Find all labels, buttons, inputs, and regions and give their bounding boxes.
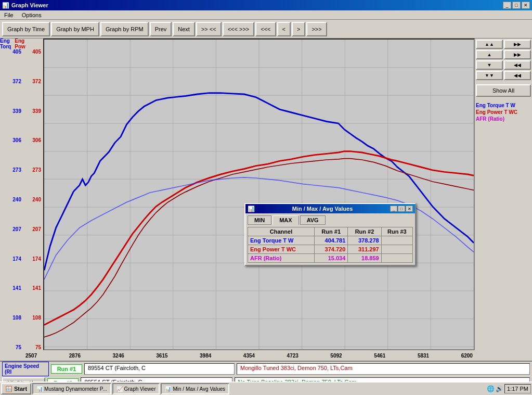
title-bar-controls: _ □ ✕ xyxy=(503,2,530,9)
x-val-3615: 3615 xyxy=(156,353,167,359)
run1-desc: 89554 CT (Faircloth, C xyxy=(84,363,235,375)
modal-run2-torque: 378.278 xyxy=(348,236,381,245)
zoom-fit-button[interactable]: >> << xyxy=(196,22,222,36)
graph-area xyxy=(43,39,475,350)
y-val-red-141: 141 xyxy=(32,285,41,291)
title-bar: 📊 Graph Viewer _ □ ✕ xyxy=(0,0,532,10)
menu-options[interactable]: Options xyxy=(20,12,44,18)
app-icon: 📊 xyxy=(2,2,9,9)
modal-close-button[interactable]: ✕ xyxy=(406,206,413,212)
system-clock: 1:17 PM xyxy=(504,384,531,393)
y-val-red-273: 273 xyxy=(32,167,41,173)
y-val-207: 207 xyxy=(12,226,21,232)
graph-by-rpm-button[interactable]: Graph by RPM xyxy=(100,22,149,36)
zoom-left-button[interactable]: <<< xyxy=(255,22,276,36)
y-axis-torq-label: Eng Torq xyxy=(0,38,11,49)
modal-row-afr: AFR (Ratio) 15.034 18.859 xyxy=(248,254,413,263)
modal-run1-afr: 15.034 xyxy=(315,254,348,263)
network-icon: 🌐 xyxy=(487,385,495,392)
modal-dialog: 📊 Min / Max / Avg Values _ □ ✕ MIN MAX A… xyxy=(244,203,416,266)
speaker-icon: 🔊 xyxy=(496,385,503,392)
start-button[interactable]: 🪟 Start xyxy=(1,383,31,394)
modal-col-run1: Run #1 xyxy=(315,227,348,236)
modal-channel-power: Eng Power T WC xyxy=(248,245,315,254)
x-val-4723: 4723 xyxy=(287,353,299,359)
y-val-red-207: 207 xyxy=(32,226,41,232)
scroll-up-fast-button[interactable]: ▲▲ xyxy=(476,40,503,49)
scroll-down-fast-button[interactable]: ▼▼ xyxy=(476,71,503,80)
modal-tab-min[interactable]: MIN xyxy=(248,215,271,225)
modal-run3-power xyxy=(381,245,412,254)
modal-channel-afr: AFR (Ratio) xyxy=(248,254,315,263)
x-axis: 2507 2876 3246 3615 3984 4354 4723 5092 … xyxy=(23,350,475,361)
y-val-red-174: 174 xyxy=(32,256,41,262)
modal-run3-afr xyxy=(381,254,412,263)
minimize-button[interactable]: _ xyxy=(503,2,511,9)
menu-bar: File Options xyxy=(0,10,532,20)
close-button[interactable]: ✕ xyxy=(522,2,530,9)
y-val-372: 372 xyxy=(12,79,21,84)
modal-col-run2: Run #2 xyxy=(348,227,381,236)
taskbar-item-graphviewer[interactable]: 📈 Graph Viewer xyxy=(112,383,160,394)
scroll-left-button[interactable]: < xyxy=(277,22,291,36)
run1-tune: Mongillo Tuned 383ci, Demon 750, LTs,Cam xyxy=(237,363,530,375)
y-val-red-339: 339 xyxy=(32,108,41,114)
modal-tab-avg[interactable]: AVG xyxy=(300,215,326,225)
modal-table: Channel Run #1 Run #2 Run #3 Eng Torque … xyxy=(248,227,413,263)
scroll-left-fast-button[interactable]: ◀◀ xyxy=(504,71,531,80)
graph-svg xyxy=(44,40,474,349)
taskbar-item-minmax[interactable]: 📊 Min / Max / Avg Values xyxy=(161,383,229,394)
x-val-3984: 3984 xyxy=(200,353,211,359)
x-val-5461: 5461 xyxy=(374,353,385,359)
modal-run2-afr: 18.859 xyxy=(348,254,381,263)
modal-run3-torque xyxy=(381,236,412,245)
modal-tab-max[interactable]: MAX xyxy=(273,215,299,225)
y-val-141: 141 xyxy=(12,285,21,291)
modal-row-power: Eng Power T WC 374.720 311.297 xyxy=(248,245,413,254)
y-val-273: 273 xyxy=(12,167,21,173)
scroll-left-button2[interactable]: ◀◀ xyxy=(504,60,531,70)
run1-label: Run #1 xyxy=(51,364,82,374)
engine-speed-label: Engine Speed (RI xyxy=(2,362,49,376)
minmax-icon: 📊 xyxy=(165,386,171,392)
main-area: Eng Torq Eng Pow 405 372 339 306 273 240… xyxy=(0,39,532,350)
scroll-up-button[interactable]: ▲ xyxy=(476,50,503,59)
modal-minimize-button[interactable]: _ xyxy=(390,206,397,212)
y-axis-right-secondary: 405 372 339 306 273 240 207 174 141 108 … xyxy=(23,39,43,350)
modal-content: MIN MAX AVG Channel Run #1 Run #2 Run #3… xyxy=(245,213,415,265)
modal-maximize-button[interactable]: □ xyxy=(398,206,405,212)
scroll-right-button[interactable]: > xyxy=(292,22,305,36)
y-val-red-372: 372 xyxy=(32,79,41,84)
legend-torque: Eng Torque T W xyxy=(476,102,531,109)
scroll-right-fast-button[interactable]: ▶▶ xyxy=(504,40,531,49)
x-val-3246: 3246 xyxy=(113,353,124,359)
y-axis-values: 405 372 339 306 273 240 207 174 141 108 … xyxy=(0,49,22,350)
menu-file[interactable]: File xyxy=(2,12,16,18)
modal-row-torque: Eng Torque T W 404.781 378.278 xyxy=(248,236,413,245)
zoom-right-button[interactable]: >>> xyxy=(306,22,327,36)
bottom-row-1: Engine Speed (RI Run #1 89554 CT (Faircl… xyxy=(0,362,532,376)
x-val-5831: 5831 xyxy=(418,353,429,359)
y-val-red-306: 306 xyxy=(32,137,41,143)
scroll-right-button2[interactable]: ▶▶ xyxy=(504,50,531,59)
y-val-red-405: 405 xyxy=(32,49,41,55)
graphviewer-label: Graph Viewer xyxy=(124,386,156,392)
y-axis-red-values: 405 372 339 306 273 240 207 174 141 108 … xyxy=(23,49,42,350)
maximize-button[interactable]: □ xyxy=(512,2,521,9)
taskbar-item-mustang[interactable]: 📊 Mustang Dynamometer P... xyxy=(32,383,111,394)
modal-run2-power: 311.297 xyxy=(348,245,381,254)
x-val-4354: 4354 xyxy=(243,353,255,359)
zoom-out-button[interactable]: <<< >>> xyxy=(223,22,255,36)
show-all-button[interactable]: Show All xyxy=(476,84,531,97)
next-button[interactable]: Next xyxy=(173,22,195,36)
prev-button[interactable]: Prev xyxy=(150,22,172,36)
mustang-icon: 📊 xyxy=(36,386,43,392)
window-title: Graph Viewer xyxy=(11,2,48,8)
y-val-red-75: 75 xyxy=(35,345,41,350)
graph-by-time-button[interactable]: Graph by Time xyxy=(2,22,50,36)
scroll-down-button[interactable]: ▼ xyxy=(476,60,503,70)
y-val-red-108: 108 xyxy=(32,315,41,321)
modal-run1-power: 374.720 xyxy=(315,245,348,254)
graph-by-mph-button[interactable]: Graph by MPH xyxy=(51,22,99,36)
right-panel: ▲▲ ▶▶ ▲ ▶▶ ▼ ◀◀ ▼▼ ◀◀ Show All Eng Torqu… xyxy=(475,39,532,350)
